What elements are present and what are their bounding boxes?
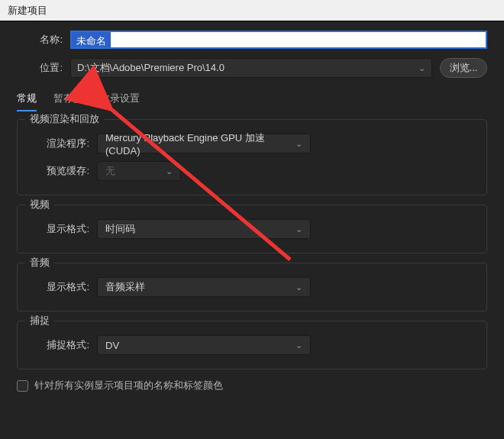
- tab-scratch-disks[interactable]: 暂存盘: [53, 87, 83, 113]
- chevron-down-icon: ⌄: [296, 224, 302, 234]
- window-title: 新建项目: [8, 5, 47, 16]
- video-legend: 视频: [25, 198, 54, 211]
- capture-format-value: DV: [105, 340, 119, 351]
- video-render-legend: 视频渲染和回放: [25, 112, 104, 126]
- display-names-row: 针对所有实例显示项目项的名称和标签颜色: [17, 379, 487, 392]
- chevron-down-icon: ⌄: [166, 166, 173, 176]
- audio-fieldset: 音频 显示格式: 音频采样 ⌄: [17, 263, 487, 311]
- tab-ingest-settings[interactable]: 收录设置: [100, 87, 140, 113]
- chevron-down-icon: ⌄: [296, 282, 302, 292]
- renderer-select[interactable]: Mercury Playback Engine GPU 加速 (CUDA) ⌄: [97, 134, 311, 153]
- preview-cache-select: 无 ⌄: [97, 161, 181, 181]
- location-value: D:\文档\Adobe\Premiere Pro\14.0: [77, 61, 225, 75]
- tab-general-label: 常规: [17, 92, 37, 104]
- chevron-down-icon: ⌄: [418, 63, 425, 73]
- capture-format-label: 捕捉格式:: [30, 338, 89, 352]
- capture-fieldset: 捕捉 捕捉格式: DV ⌄: [17, 321, 487, 370]
- location-select[interactable]: D:\文档\Adobe\Premiere Pro\14.0 ⌄: [70, 58, 432, 78]
- tab-scratch-label: 暂存盘: [53, 92, 83, 104]
- project-name-value: 未命名: [72, 32, 111, 47]
- video-format-row: 显示格式: 时间码 ⌄: [30, 219, 474, 239]
- video-fieldset: 视频 显示格式: 时间码 ⌄: [17, 205, 487, 253]
- tab-ingest-label: 收录设置: [100, 92, 140, 104]
- video-render-fieldset: 视频渲染和回放 渲染程序: Mercury Playback Engine GP…: [17, 119, 487, 195]
- display-names-label: 针对所有实例显示项目项的名称和标签颜色: [34, 379, 223, 392]
- browse-label: 浏览...: [450, 61, 478, 75]
- audio-format-label: 显示格式:: [30, 280, 89, 294]
- capture-format-select[interactable]: DV ⌄: [97, 335, 311, 355]
- dialog-body: 名称: 未命名 位置: D:\文档\Adobe\Premiere Pro\14.…: [0, 21, 504, 392]
- preview-cache-row: 预览缓存: 无 ⌄: [30, 161, 474, 181]
- renderer-row: 渲染程序: Mercury Playback Engine GPU 加速 (CU…: [30, 134, 474, 153]
- general-panel: 视频渲染和回放 渲染程序: Mercury Playback Engine GP…: [17, 119, 487, 392]
- capture-legend: 捕捉: [25, 314, 54, 328]
- renderer-label: 渲染程序:: [30, 137, 89, 150]
- name-row: 名称: 未命名: [17, 31, 487, 49]
- preview-cache-value: 无: [105, 164, 115, 178]
- video-format-label: 显示格式:: [30, 222, 89, 236]
- audio-format-select[interactable]: 音频采样 ⌄: [97, 277, 311, 297]
- location-row: 位置: D:\文档\Adobe\Premiere Pro\14.0 ⌄ 浏览..…: [17, 58, 487, 78]
- preview-cache-label: 预览缓存:: [30, 164, 89, 178]
- location-label: 位置:: [17, 61, 63, 75]
- video-format-value: 时间码: [105, 222, 135, 236]
- window-titlebar: 新建项目: [0, 0, 504, 21]
- browse-button[interactable]: 浏览...: [440, 58, 487, 78]
- capture-format-row: 捕捉格式: DV ⌄: [30, 335, 474, 355]
- project-name-input[interactable]: 未命名: [70, 31, 487, 49]
- audio-legend: 音频: [25, 256, 54, 270]
- chevron-down-icon: ⌄: [296, 341, 302, 350]
- display-names-checkbox[interactable]: [17, 380, 28, 392]
- video-format-select[interactable]: 时间码 ⌄: [97, 219, 311, 239]
- name-label: 名称:: [17, 33, 63, 47]
- audio-format-row: 显示格式: 音频采样 ⌄: [30, 277, 474, 297]
- tab-general[interactable]: 常规: [17, 87, 37, 113]
- chevron-down-icon: ⌄: [296, 139, 302, 149]
- renderer-value: Mercury Playback Engine GPU 加速 (CUDA): [105, 131, 289, 157]
- audio-format-value: 音频采样: [105, 280, 145, 294]
- tabs: 常规 暂存盘 收录设置: [17, 87, 487, 113]
